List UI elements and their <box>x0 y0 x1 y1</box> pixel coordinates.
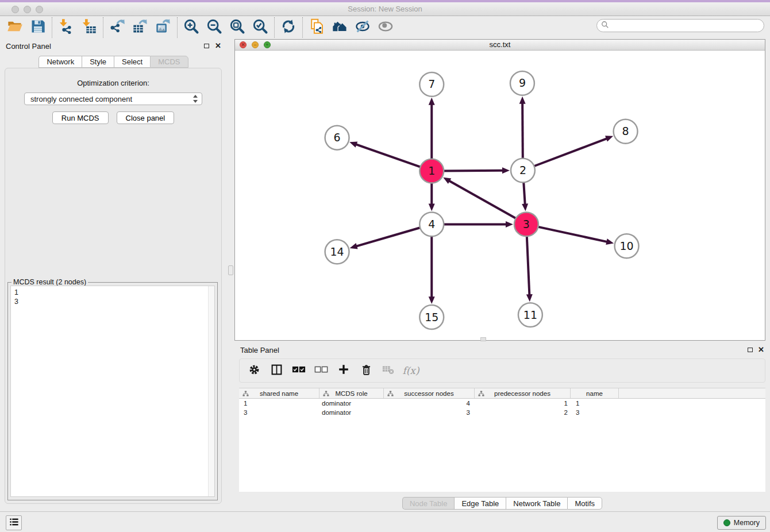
run-mcds-button[interactable]: Run MCDS <box>52 111 109 124</box>
tab-mcds[interactable]: MCDS <box>150 56 188 68</box>
graph-edge-2-3[interactable] <box>523 182 525 205</box>
network-maximize-button[interactable]: + <box>264 41 271 48</box>
tab-motifs[interactable]: Motifs <box>567 497 602 510</box>
delete-row-button[interactable] <box>359 364 373 377</box>
criterion-select[interactable]: strongly connected component <box>24 92 202 105</box>
zoom-fit-button[interactable] <box>226 17 249 38</box>
window-close-button[interactable] <box>11 6 19 13</box>
home-button[interactable] <box>328 17 351 38</box>
float-panel-icon[interactable] <box>748 348 753 352</box>
cell-name: 1 <box>571 400 619 407</box>
graph-node-label: 6 <box>334 131 341 144</box>
float-panel-icon[interactable] <box>204 44 209 48</box>
column-header-predecessor-nodes[interactable]: predecessor nodes <box>475 388 571 398</box>
network-window-titlebar[interactable]: ✕ − + scc.txt <box>235 40 765 51</box>
zoom-in-button[interactable] <box>180 17 203 38</box>
vertical-splitter-grip[interactable] <box>228 265 233 275</box>
delete-table-button[interactable] <box>382 364 395 377</box>
tab-network[interactable]: Network <box>38 56 82 68</box>
column-header-mcds-role[interactable]: MCDS role <box>319 388 384 398</box>
result-node-id: 1 <box>11 286 214 297</box>
network-document-button[interactable] <box>305 17 328 38</box>
search-field[interactable] <box>596 19 764 32</box>
cell-shared-name: 3 <box>239 409 319 416</box>
graph-edge-3-11[interactable] <box>527 236 530 295</box>
zoom-selected-button[interactable] <box>249 17 272 38</box>
graph-edge-1-2[interactable] <box>443 171 503 171</box>
fx-icon: f(x) <box>402 365 419 376</box>
network-close-button[interactable]: ✕ <box>240 41 247 48</box>
close-panel-icon[interactable]: ✕ <box>215 41 221 50</box>
column-label: name <box>586 390 603 397</box>
column-header-shared-name[interactable]: shared name <box>239 388 319 398</box>
mcds-result-list[interactable]: 1 3 <box>10 286 215 497</box>
window-minimize-button[interactable] <box>24 6 31 13</box>
table-settings-button[interactable] <box>247 364 261 377</box>
graph-edge-1-6[interactable] <box>356 144 421 167</box>
graph-edge-arrowhead <box>506 221 513 228</box>
toolbar-separator <box>302 17 303 38</box>
graph-edge-arrowhead <box>429 296 435 304</box>
tab-node-table[interactable]: Node Table <box>402 497 455 510</box>
window-zoom-button[interactable] <box>36 6 43 13</box>
eye-icon <box>378 18 394 37</box>
network-view-window: ✕ − + scc.txt 1234678910111415 <box>234 39 765 341</box>
eye-slash-icon <box>355 18 371 37</box>
tab-edge-table[interactable]: Edge Table <box>454 497 506 510</box>
open-folder-icon <box>7 18 23 37</box>
save-session-button[interactable] <box>26 17 49 38</box>
export-network-button[interactable] <box>106 17 129 38</box>
column-label: MCDS role <box>335 390 367 397</box>
refresh-button[interactable] <box>277 17 300 38</box>
export-table-button[interactable] <box>129 17 152 38</box>
open-file-button[interactable] <box>3 17 26 38</box>
column-header-successor-nodes[interactable]: successor nodes <box>384 388 475 398</box>
result-scrollbar[interactable] <box>208 286 214 496</box>
graph-node-label: 15 <box>425 311 438 323</box>
graph-edge-2-8[interactable] <box>534 138 607 167</box>
toolbar-separator <box>52 17 52 38</box>
toolbar-separator <box>103 17 103 38</box>
show-columns-button[interactable] <box>270 364 283 377</box>
control-panel-title: Control Panel <box>6 42 51 51</box>
control-panel-tabs: Network Style Select MCDS <box>0 56 227 68</box>
import-network-button[interactable] <box>55 17 78 38</box>
column-header-name[interactable]: name <box>571 388 619 398</box>
tab-style[interactable]: Style <box>82 56 114 68</box>
mcds-result-group: MCDS result (2 nodes) 1 3 <box>7 282 218 500</box>
graph-edge-arrowhead <box>519 97 526 104</box>
graph-node-label: 10 <box>619 240 633 252</box>
cell-successor-nodes: 4 <box>384 400 475 407</box>
tab-network-table[interactable]: Network Table <box>506 497 567 510</box>
birds-eye-view-button[interactable] <box>374 17 397 38</box>
export-image-button[interactable] <box>152 17 175 38</box>
memory-button[interactable]: Memory <box>717 516 766 530</box>
optimization-criterion-label: Optimization criterion: <box>5 79 221 87</box>
function-builder-button[interactable]: f(x) <box>404 364 418 377</box>
close-panel-button[interactable]: Close panel <box>117 111 175 124</box>
network-canvas[interactable]: 1234678910111415 <box>235 51 765 340</box>
graph-edge-arrowhead <box>350 243 358 249</box>
horizontal-splitter-grip[interactable] <box>480 337 486 341</box>
unselect-all-columns-button[interactable] <box>314 364 328 377</box>
graph-node-label: 3 <box>523 218 530 230</box>
graph-edge-4-14[interactable] <box>356 228 421 246</box>
table-row[interactable]: 3 dominator 3 2 3 <box>239 408 765 417</box>
zoom-in-icon <box>183 18 199 37</box>
import-table-button[interactable] <box>78 17 101 38</box>
graph-edge-arrowhead <box>429 203 435 211</box>
hide-graphics-details-button[interactable] <box>351 17 374 38</box>
close-panel-icon[interactable]: ✕ <box>758 345 764 354</box>
graph-edge-2-9[interactable] <box>522 103 523 159</box>
export-network-icon <box>109 18 125 37</box>
zoom-out-button[interactable] <box>203 17 226 38</box>
table-row[interactable]: 1 dominator 4 1 1 <box>239 399 765 408</box>
tab-select[interactable]: Select <box>114 56 150 68</box>
graph-edge-3-10[interactable] <box>537 227 607 242</box>
search-input[interactable] <box>609 21 764 31</box>
network-minimize-button[interactable]: − <box>252 41 259 48</box>
task-history-button[interactable] <box>6 515 22 530</box>
graph-edge-3-1[interactable] <box>449 180 517 218</box>
select-all-columns-button[interactable] <box>292 364 306 377</box>
add-row-button[interactable] <box>337 364 351 377</box>
